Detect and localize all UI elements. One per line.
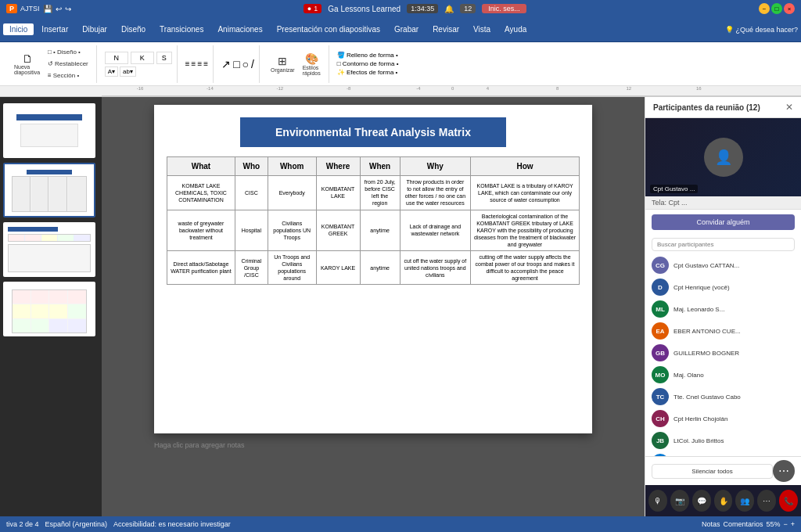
window-controls[interactable]: − □ ×: [759, 3, 795, 14]
chat-icon[interactable]: 💬: [692, 490, 711, 512]
participant-item-4[interactable]: GBGUILLERMO BOGNER: [645, 342, 801, 364]
shape-line-icon[interactable]: /: [251, 58, 254, 70]
slide-title-box: Environmental Threat Analysis Matrix: [240, 117, 506, 147]
slide-thumb-4[interactable]: [3, 282, 95, 336]
camera-icon[interactable]: 📷: [670, 490, 689, 512]
align-left-btn[interactable]: ≡: [185, 59, 190, 68]
shape-arrow-icon[interactable]: ↗: [221, 58, 231, 70]
relleno-forma-btn[interactable]: 🪣 Relleno de forma •: [337, 52, 399, 59]
more-icon[interactable]: ⋯: [757, 490, 776, 512]
cell-3-who: Criminal Group /CISC: [235, 251, 268, 285]
diseno-btn[interactable]: □• Diseño •: [45, 47, 92, 57]
undo-icon[interactable]: ↩: [56, 5, 62, 13]
shape-circle-icon[interactable]: ○: [242, 58, 249, 70]
participant-name: Cpt Henrique (você): [673, 284, 790, 291]
title-bar-left: P AJTSI 💾 ↩ ↪: [6, 4, 71, 13]
slide-thumb-2[interactable]: [3, 163, 95, 217]
participant-list: CGCpt Gustavo CATTAN...DCpt Henrique (vo…: [645, 254, 801, 456]
slide-title-text: Environmental Threat Analysis Matrix: [275, 126, 471, 138]
tab-inicio[interactable]: Inicio: [3, 23, 34, 35]
tab-presentacion[interactable]: Presentación con diapositivas: [271, 23, 386, 35]
col-how: How: [471, 157, 580, 176]
tab-diseno[interactable]: Diseño: [115, 23, 152, 35]
status-right: Notas Comentarios 55% − +: [702, 520, 795, 528]
estilos-btn[interactable]: 🎨 Estilosrápidos: [300, 51, 324, 77]
slide-thumb-1-container: 1: [3, 103, 99, 158]
nueva-diapositiva-label: Nuevadiapositiva: [14, 64, 40, 75]
slide-thumb-1[interactable]: [3, 103, 95, 158]
tab-dibujar[interactable]: Dibujar: [76, 23, 113, 35]
participant-item-5[interactable]: MOMaj. Olano: [645, 364, 801, 386]
participant-item-3[interactable]: EAEBER ANTONIO CUE...: [645, 320, 801, 342]
restablecer-btn[interactable]: ↺Restablecer: [45, 59, 92, 69]
rec-dot: ●: [307, 5, 311, 13]
slide-thumb-2-container: 2: [3, 163, 99, 217]
efectos-forma-btn[interactable]: ✨ Efectos de forma •: [337, 69, 399, 76]
cell-3-why: cut off the water supply of united natio…: [400, 251, 470, 285]
slide-thumb-3[interactable]: [3, 222, 95, 277]
participant-item-1[interactable]: DCpt Henrique (você): [645, 276, 801, 298]
tab-transiciones[interactable]: Transiciones: [153, 23, 210, 35]
participant-item-2[interactable]: MLMaj. Leonardo S...: [645, 298, 801, 320]
align-justify-btn[interactable]: ≡: [203, 59, 208, 68]
notes-btn[interactable]: Notas: [702, 520, 720, 528]
participant-item-8[interactable]: JBLtCol. Julio Brittos: [645, 430, 801, 451]
zoom-in-btn[interactable]: +: [791, 520, 795, 528]
participant-item-0[interactable]: CGCpt Gustavo CATTAN...: [645, 254, 801, 276]
organizar-btn[interactable]: ⊞ Organizar: [268, 53, 298, 74]
contorno-forma-btn[interactable]: □ Contorno de forma •: [337, 60, 399, 67]
participant-item-6[interactable]: TCTte. Cnel Gustavo Cabo: [645, 386, 801, 408]
table-row-1: KOMBAT LAKE CHEMICALS, TOXIC CONTAMINATI…: [167, 176, 580, 210]
cell-2-when: anytime: [360, 210, 400, 250]
align-center-btn[interactable]: ≡: [192, 59, 196, 68]
app-name: AJTSI: [20, 5, 40, 13]
notes-placeholder[interactable]: Haga clic para agregar notas: [154, 438, 592, 452]
matrix-body: KOMBAT LAKE CHEMICALS, TOXIC CONTAMINATI…: [167, 176, 580, 285]
participant-search[interactable]: [652, 238, 795, 251]
tab-insertar[interactable]: Insertar: [35, 23, 74, 35]
participant-item-7[interactable]: CHCpt Herlin Chojolán: [645, 408, 801, 430]
maximize-btn[interactable]: □: [771, 3, 782, 14]
close-btn[interactable]: ×: [784, 3, 795, 14]
tab-ayuda[interactable]: Ayuda: [498, 23, 533, 35]
search-help[interactable]: 💡 ¿Qué desea hacer?: [725, 26, 798, 34]
tab-revisar[interactable]: Revisar: [426, 23, 465, 35]
cell-1-why: Throw products in order to not allow the…: [400, 176, 470, 210]
align-right-btn[interactable]: ≡: [197, 59, 202, 68]
highlight-btn[interactable]: ab▾: [120, 66, 136, 77]
save-icon[interactable]: 💾: [43, 5, 52, 13]
font-style-input[interactable]: [105, 52, 128, 64]
tab-grabar[interactable]: Grabar: [388, 23, 425, 35]
font-size-input[interactable]: [131, 52, 154, 64]
redo-icon[interactable]: ↪: [65, 5, 71, 13]
participants-icon[interactable]: 👥: [735, 490, 754, 512]
col-whom: Whom: [268, 157, 316, 176]
end-call-icon[interactable]: 📞: [779, 490, 798, 512]
raise-hand-icon[interactable]: ✋: [714, 490, 733, 512]
table-row-3: Direct attack/Sabotage WATER purificatio…: [167, 251, 580, 285]
teams-panel: Participantes da reunião (12) ✕ 👤 Cpt Gu…: [645, 97, 801, 516]
teams-close-btn[interactable]: ✕: [785, 102, 793, 113]
zoom-out-btn[interactable]: −: [783, 520, 787, 528]
minimize-btn[interactable]: −: [759, 3, 770, 14]
tab-vista[interactable]: Vista: [467, 23, 497, 35]
seccion-btn[interactable]: ≡Sección •: [45, 70, 92, 81]
matrix-table: What Who Whom Where When Why How KOMBAT …: [167, 156, 580, 285]
tab-animaciones[interactable]: Animaciones: [211, 23, 268, 35]
status-bar: tiva 2 de 4 Español (Argentina) Accesibi…: [0, 516, 801, 532]
font-color-btn[interactable]: A▾: [105, 66, 118, 77]
cell-3-where: KAROY LAKE: [316, 251, 360, 285]
nueva-diapositiva-btn[interactable]: 🗋 Nuevadiapositiva: [11, 52, 43, 77]
invite-btn[interactable]: Convidar alguém: [652, 214, 795, 230]
cell-2-why: Lack of drainage and wastewater network: [400, 210, 470, 250]
more-options-btn[interactable]: ⋯: [773, 460, 795, 482]
mute-all-btn[interactable]: Silenciar todos: [652, 464, 773, 479]
mic-icon[interactable]: 🎙: [648, 490, 667, 512]
screen-share-label: Tela: Cpt ...: [652, 199, 688, 207]
teams-header: Participantes da reunião (12) ✕: [645, 97, 801, 118]
font-bold-input[interactable]: [156, 52, 172, 64]
comments-btn[interactable]: Comentarios: [723, 520, 763, 528]
cell-2-what: waste of greywater backwater without tre…: [167, 210, 235, 250]
shape-rect-icon[interactable]: □: [233, 58, 239, 70]
start-session-btn[interactable]: Inic. ses...: [482, 4, 526, 13]
